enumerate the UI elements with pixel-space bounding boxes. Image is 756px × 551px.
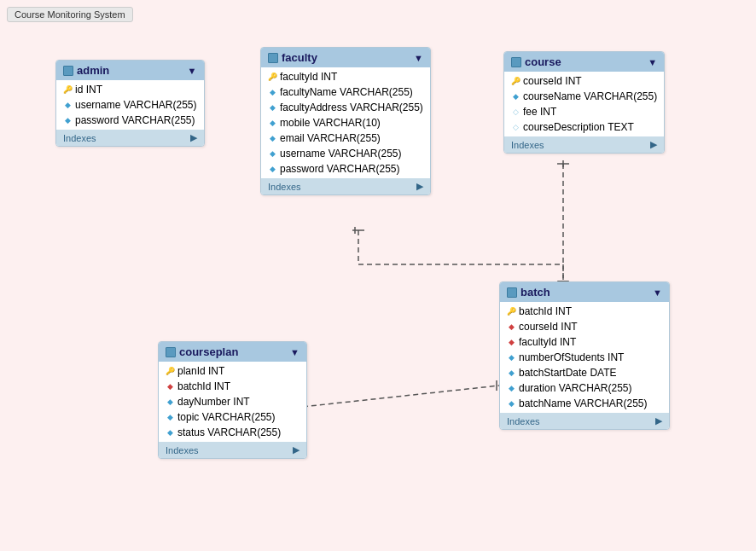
diamond-icon: ◆	[507, 399, 515, 408]
diamond-icon: ◆	[268, 165, 276, 173]
field-duration: ◆ duration VARCHAR(255)	[500, 380, 669, 396]
field-username: ◆ username VARCHAR(255)	[56, 97, 204, 113]
table-course: course ▼ 🔑 courseId INT ◆ courseName VAR…	[503, 51, 665, 154]
table-icon	[268, 53, 278, 63]
table-courseplan-header[interactable]: courseplan ▼	[159, 342, 306, 362]
key-icon: 🔑	[511, 77, 520, 85]
table-admin-header[interactable]: admin ▼	[56, 61, 204, 80]
field-planId: 🔑 planId INT	[159, 363, 306, 379]
indexes-arrow: ▶	[416, 181, 423, 192]
table-admin-name: admin	[77, 64, 109, 77]
svg-line-10	[294, 386, 499, 408]
key-icon: 🔑	[63, 85, 72, 94]
diamond-icon: ◆	[63, 101, 72, 109]
table-icon	[63, 66, 73, 76]
table-icon	[166, 347, 176, 357]
diamond-icon: ◆	[166, 397, 174, 406]
diamond-icon: ◆	[268, 134, 276, 142]
app-title: Course Monitoring System	[7, 7, 133, 22]
field-numberOfStudents: ◆ numberOfStudents INT	[500, 350, 669, 365]
diamond-red-icon: ◆	[166, 382, 174, 391]
table-courseplan-body: 🔑 planId INT ◆ batchId INT ◆ dayNumber I…	[159, 362, 306, 442]
field-batchName: ◆ batchName VARCHAR(255)	[500, 396, 669, 411]
diamond-icon: ◆	[507, 368, 515, 377]
table-faculty: faculty ▼ 🔑 facultyId INT ◆ facultyName …	[260, 47, 431, 195]
table-batch-indexes[interactable]: Indexes ▶	[500, 413, 669, 429]
field-courseId: 🔑 courseId INT	[504, 73, 664, 89]
field-mobile: ◆ mobile VARCHAR(10)	[261, 115, 430, 130]
table-admin: admin ▼ 🔑 id INT ◆ username VARCHAR(255)…	[55, 60, 205, 147]
table-admin-indexes[interactable]: Indexes ▶	[56, 130, 204, 146]
diamond-icon: ◆	[268, 119, 276, 127]
dropdown-icon[interactable]: ▼	[188, 66, 197, 76]
field-username: ◆ username VARCHAR(255)	[261, 146, 430, 161]
table-batch-header[interactable]: batch ▼	[500, 282, 669, 302]
field-facultyAddress: ◆ facultyAddress VARCHAR(255)	[261, 100, 430, 115]
table-faculty-header[interactable]: faculty ▼	[261, 48, 430, 67]
diamond-icon: ◆	[166, 413, 174, 421]
table-batch-body: 🔑 batchId INT ◆ courseId INT ◆ facultyId…	[500, 302, 669, 413]
diamond-empty-icon: ◇	[511, 123, 520, 131]
field-topic: ◆ topic VARCHAR(255)	[159, 409, 306, 425]
diamond-red-icon: ◆	[507, 338, 515, 346]
diamond-icon: ◆	[63, 116, 72, 125]
diamond-icon: ◆	[507, 353, 515, 362]
diamond-icon: ◆	[268, 103, 276, 112]
field-id: 🔑 id INT	[56, 82, 204, 97]
field-courseName: ◆ courseName VARCHAR(255)	[504, 89, 664, 104]
table-icon	[511, 57, 521, 67]
field-password: ◆ password VARCHAR(255)	[261, 161, 430, 177]
diamond-icon: ◆	[511, 92, 520, 101]
table-courseplan-name: courseplan	[179, 345, 238, 358]
table-courseplan: courseplan ▼ 🔑 planId INT ◆ batchId INT …	[158, 341, 307, 459]
table-admin-body: 🔑 id INT ◆ username VARCHAR(255) ◆ passw…	[56, 80, 204, 130]
table-batch-name: batch	[520, 286, 550, 299]
key-icon: 🔑	[166, 367, 174, 375]
field-facultyId: ◆ facultyId INT	[500, 334, 669, 350]
diamond-empty-icon: ◇	[511, 107, 520, 116]
table-faculty-indexes[interactable]: Indexes ▶	[261, 178, 430, 194]
dropdown-icon[interactable]: ▼	[653, 287, 662, 298]
table-course-body: 🔑 courseId INT ◆ courseName VARCHAR(255)…	[504, 72, 664, 136]
table-course-indexes[interactable]: Indexes ▶	[504, 136, 664, 153]
field-batchId: 🔑 batchId INT	[500, 304, 669, 319]
indexes-arrow: ▶	[650, 139, 657, 150]
field-batchId: ◆ batchId INT	[159, 379, 306, 394]
field-password: ◆ password VARCHAR(255)	[56, 113, 204, 128]
diamond-icon: ◆	[507, 384, 515, 392]
indexes-arrow: ▶	[190, 132, 197, 143]
field-courseDescription: ◇ courseDescription TEXT	[504, 119, 664, 135]
dropdown-icon[interactable]: ▼	[290, 347, 299, 357]
table-batch: batch ▼ 🔑 batchId INT ◆ courseId INT ◆ f…	[499, 281, 670, 430]
field-batchStartDate: ◆ batchStartDate DATE	[500, 365, 669, 380]
field-facultyName: ◆ facultyName VARCHAR(255)	[261, 84, 430, 100]
key-icon: 🔑	[268, 72, 276, 81]
dropdown-icon[interactable]: ▼	[414, 53, 423, 63]
field-email: ◆ email VARCHAR(255)	[261, 130, 430, 146]
table-courseplan-indexes[interactable]: Indexes ▶	[159, 442, 306, 458]
field-dayNumber: ◆ dayNumber INT	[159, 394, 306, 409]
diamond-icon: ◆	[166, 428, 174, 437]
field-facultyId: 🔑 facultyId INT	[261, 69, 430, 84]
indexes-arrow: ▶	[293, 444, 299, 455]
indexes-arrow: ▶	[655, 415, 662, 426]
diamond-icon: ◆	[268, 149, 276, 158]
field-fee: ◇ fee INT	[504, 104, 664, 119]
table-faculty-body: 🔑 facultyId INT ◆ facultyName VARCHAR(25…	[261, 67, 430, 178]
diamond-icon: ◆	[268, 88, 276, 96]
table-course-name: course	[525, 55, 561, 68]
key-icon: 🔑	[507, 307, 515, 316]
table-course-header[interactable]: course ▼	[504, 52, 664, 72]
field-courseId: ◆ courseId INT	[500, 319, 669, 334]
field-status: ◆ status VARCHAR(255)	[159, 425, 306, 440]
diamond-red-icon: ◆	[507, 322, 515, 331]
table-faculty-name: faculty	[282, 51, 317, 64]
dropdown-icon[interactable]: ▼	[648, 57, 657, 67]
table-icon	[507, 287, 517, 298]
